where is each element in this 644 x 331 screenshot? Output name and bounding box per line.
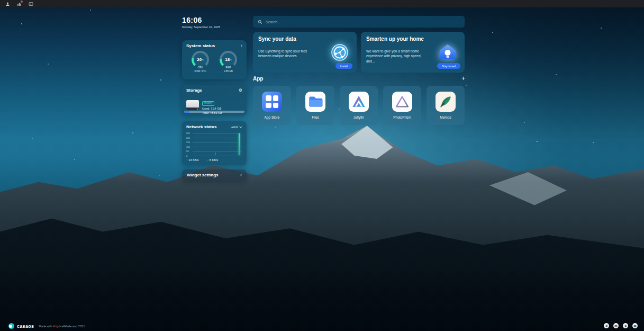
- app-section-header: App +: [253, 75, 465, 82]
- ram-label: RAM: [220, 66, 237, 69]
- footer-social: d m g ✉: [604, 323, 638, 328]
- cpu-percent: 20: [197, 57, 202, 62]
- storage-health-badge: Healthy: [202, 101, 214, 106]
- casaos-dashboard: 16:06 Monday, September 22, 2025 System …: [0, 0, 644, 331]
- app-label: Memos: [440, 115, 451, 119]
- discord-icon[interactable]: d: [604, 323, 609, 328]
- widget-settings-button[interactable]: Widget settings ›: [182, 169, 247, 181]
- hard-drive-icon: [186, 100, 199, 110]
- medium-icon[interactable]: m: [613, 323, 619, 328]
- storage-progress-track: [184, 111, 244, 113]
- heart-icon: ♥: [53, 325, 55, 328]
- smart-home-promo-title: Smarten up your home: [366, 36, 459, 42]
- network-legend: ↑ 13 KB/s ↓ 6 KB/s: [186, 158, 242, 162]
- smart-home-icon: [438, 43, 457, 62]
- sync-promo-card: Sync your data Use Syncthing to sync you…: [253, 32, 357, 73]
- smart-home-promo-card: Smarten up your home We want to give you…: [361, 32, 465, 73]
- traffic-blip: [215, 153, 216, 155]
- chevron-down-icon: [239, 126, 242, 128]
- widget-settings-label: Widget settings: [187, 173, 218, 177]
- github-icon[interactable]: g: [623, 323, 628, 328]
- cpu-gauge-block: 20 % CPU 0.0W / 0°C: [188, 51, 213, 73]
- app-label: Files: [312, 115, 319, 119]
- network-chart: 250 200 150 100 50 0: [186, 132, 242, 156]
- add-app-button[interactable]: +: [461, 75, 465, 82]
- network-interface-dropdown[interactable]: eth0: [231, 126, 242, 129]
- syncthing-icon: [330, 43, 349, 62]
- ram-detail: 3.85 GB: [216, 70, 241, 73]
- y-tick: 100: [186, 145, 190, 148]
- install-button[interactable]: Install: [335, 63, 352, 69]
- download-arrow-icon: ↓: [207, 158, 209, 162]
- app-label: App Store: [265, 115, 280, 119]
- cpu-detail: 0.0W / 0°C: [188, 70, 213, 73]
- cpu-gauge: 20 % CPU: [192, 51, 209, 68]
- network-interface-value: eth0: [231, 126, 238, 129]
- app-tile-jellyfin[interactable]: Jellyfin: [340, 86, 378, 125]
- system-status-card: System status › 20 % CPU 0.0W / 0°C 18: [182, 40, 247, 79]
- storage-title: Storage: [186, 88, 202, 93]
- upload-speed: 13 KB/s: [188, 158, 198, 162]
- y-tick: 0: [186, 155, 187, 157]
- ground-shadow: [0, 267, 644, 331]
- casaos-logo: [8, 323, 14, 329]
- memos-icon: [436, 92, 456, 112]
- y-tick: 150: [186, 141, 190, 144]
- search-input[interactable]: [266, 20, 460, 24]
- app-grid: App Store Files Jellyfin: [253, 86, 465, 125]
- ram-gauge-block: 18 % RAM 3.85 GB: [216, 51, 241, 73]
- app-tile-memos[interactable]: Memos: [427, 86, 465, 125]
- app-label: PhotoPrism: [393, 115, 411, 119]
- storage-card: Storage ⚙ Healthy Used: 7.14 GB Total: 7…: [182, 85, 247, 115]
- user-account-icon[interactable]: [5, 2, 10, 6]
- terminal-icon[interactable]: [29, 2, 33, 6]
- y-tick: 250: [186, 132, 190, 135]
- brand-name: casaos: [17, 324, 34, 329]
- footer-tagline: Made with ♥ by IceWhale and YOU!: [39, 325, 85, 328]
- app-tile-app-store[interactable]: App Store: [253, 86, 291, 125]
- upload-arrow-icon: ↑: [186, 158, 188, 162]
- system-status-title: System status: [186, 43, 215, 48]
- y-tick: 200: [186, 136, 190, 139]
- sync-promo-title: Sync your data: [258, 36, 351, 42]
- cpu-label: CPU: [192, 66, 209, 69]
- app-label: Jellyfin: [353, 115, 364, 119]
- smart-home-promo-description: We want to give you a smart home experie…: [366, 49, 425, 64]
- top-bar: [0, 0, 644, 7]
- network-status-card: Network status eth0 250 200 150 100 50 0…: [182, 121, 247, 165]
- search-bar: [253, 16, 465, 28]
- notification-badge: [21, 1, 23, 3]
- app-store-icon: [262, 92, 282, 112]
- system-monitor-icon[interactable]: [17, 2, 22, 6]
- download-speed: 6 KB/s: [210, 158, 218, 162]
- gear-icon[interactable]: ⚙: [239, 88, 242, 93]
- chevron-right-icon: ›: [240, 173, 242, 177]
- jellyfin-icon: [349, 92, 369, 112]
- storage-progress-fill: [184, 111, 189, 113]
- files-icon: [305, 92, 325, 112]
- stay-tuned-button[interactable]: Stay tuned: [437, 63, 460, 69]
- ram-gauge: 18 % RAM: [220, 51, 237, 68]
- footer-brand: casaos Made with ♥ by IceWhale and YOU!: [8, 323, 85, 329]
- y-tick: 50: [186, 150, 188, 153]
- traffic-spike: [239, 133, 240, 155]
- app-tile-photoprism[interactable]: PhotoPrism: [383, 86, 421, 125]
- cpu-percent-unit: %: [202, 58, 204, 61]
- email-icon[interactable]: ✉: [632, 323, 638, 328]
- app-tile-files[interactable]: Files: [296, 86, 334, 125]
- sync-promo-description: Use Syncthing to sync your files between…: [258, 49, 318, 59]
- ram-percent-unit: %: [230, 58, 232, 61]
- ram-percent: 18: [225, 57, 230, 62]
- chevron-right-icon[interactable]: ›: [241, 43, 242, 48]
- search-icon: [258, 20, 262, 24]
- network-status-title: Network status: [186, 124, 216, 129]
- photoprism-icon: [392, 92, 412, 112]
- app-section-title: App: [253, 76, 263, 82]
